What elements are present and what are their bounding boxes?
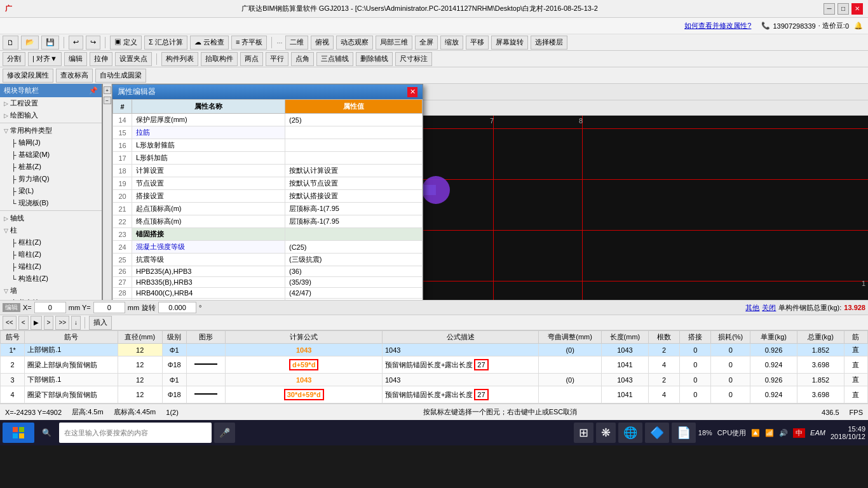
- redo-button[interactable]: ↪: [86, 36, 100, 50]
- dot-separator: · 造价豆:: [818, 21, 845, 30]
- taskbar-search-input[interactable]: [59, 423, 212, 443]
- rebar-length: 1041: [601, 356, 648, 374]
- open-button[interactable]: 📂: [21, 36, 39, 50]
- three-points-button[interactable]: 三点辅线: [316, 52, 353, 66]
- th-desc: 公式描述: [382, 331, 538, 344]
- save-button[interactable]: 💾: [41, 36, 59, 50]
- define-button[interactable]: ▣ 定义: [110, 36, 142, 50]
- prop-row-num: 19: [113, 177, 132, 190]
- edit-button[interactable]: 编辑: [64, 52, 87, 66]
- taskbar-app5[interactable]: 📄: [672, 423, 696, 443]
- auto-gen-button[interactable]: 自动生成圆梁: [95, 69, 146, 83]
- close-btn-label[interactable]: 关闭: [762, 303, 776, 313]
- set-anchor-button[interactable]: 设置夹点: [115, 52, 152, 66]
- sidebar-item-beam[interactable]: ├梁(L): [0, 185, 102, 197]
- check-height-button[interactable]: 查改标高: [56, 69, 93, 83]
- split-button[interactable]: 分割: [3, 52, 25, 66]
- sidebar-item-hidden-col[interactable]: ├暗柱(Z): [0, 248, 102, 261]
- sidebar-item-end-col[interactable]: ├端柱(Z): [0, 261, 102, 273]
- sidebar-item-engineering[interactable]: ▷ 工程设置: [0, 97, 102, 109]
- sidebar-pin-icon[interactable]: 📌: [89, 86, 98, 95]
- btn-pan[interactable]: 平移: [466, 36, 489, 50]
- btn-partial3d[interactable]: 局部三维: [376, 36, 412, 50]
- btn-fullscreen[interactable]: 全屏: [415, 36, 438, 50]
- rebar-diagram: [186, 356, 226, 374]
- nav-down[interactable]: ↓: [71, 316, 81, 330]
- ime-label[interactable]: 中: [793, 428, 805, 438]
- rebar-loss: 0: [711, 386, 750, 403]
- dialog-title-bar[interactable]: 属性编辑器 ✕: [112, 85, 423, 99]
- parallel-button[interactable]: 平行: [266, 52, 288, 66]
- align-button[interactable]: | 对齐▼: [28, 52, 62, 66]
- undo-button[interactable]: ↩: [69, 36, 83, 50]
- prop-row-num: 29: [113, 299, 132, 301]
- btn-dynamic[interactable]: 动态观察: [336, 36, 373, 50]
- start-button[interactable]: [3, 423, 34, 443]
- info-bar: 如何查看并修改属性? 📞 13907298339 · 造价豆: 0 🔔: [0, 18, 868, 34]
- btn-2d[interactable]: 二维: [285, 36, 308, 50]
- btn-rotate[interactable]: 屏幕旋转: [491, 36, 528, 50]
- insert-button[interactable]: 插入: [89, 316, 112, 330]
- how-to-query[interactable]: 如何查看并修改属性?: [684, 21, 751, 30]
- close-button[interactable]: ✕: [851, 3, 863, 15]
- taskbar-app1[interactable]: ⊞: [574, 423, 593, 443]
- rebar-diameter: 12: [118, 374, 162, 386]
- sidebar-group-common[interactable]: ▽ 常用构件类型: [0, 125, 102, 137]
- x-input[interactable]: [34, 302, 66, 313]
- sidebar-item-structural-col[interactable]: └构造柱(Z): [0, 273, 102, 285]
- other-button[interactable]: 其他: [745, 303, 759, 313]
- sidebar-group-columns[interactable]: ▽ 柱: [0, 224, 102, 236]
- sidebar-item-shear-wall[interactable]: ├剪力墙(Q): [0, 173, 102, 185]
- sidebar-group-walls[interactable]: ▽ 墙: [0, 285, 102, 297]
- nav-first[interactable]: <<: [3, 316, 17, 330]
- expand-icon5: ▽: [4, 227, 8, 234]
- slab-label: 现浇板(B): [18, 198, 49, 208]
- btn-view[interactable]: 俯视: [311, 36, 334, 50]
- summary-button[interactable]: Σ 汇总计算: [144, 36, 187, 50]
- sidebar-item-axis[interactable]: ├轴网(J): [0, 137, 102, 149]
- stretch-button[interactable]: 拉伸: [90, 52, 112, 66]
- dim-button[interactable]: 尺寸标注: [395, 52, 432, 66]
- level-button[interactable]: ≡ 齐平板: [231, 36, 267, 50]
- bottom-table-area: << < ▶ > >> ↓ 插入 筋号 筋号 直径(mm) 级别 图形 计算公式…: [0, 315, 868, 403]
- property-scroll-area[interactable]: # 属性名称 属性值 14 保护层厚度(mm) (25) 15 拉筋 16 L形…: [112, 99, 423, 300]
- rebar-table-container[interactable]: 筋号 筋号 直径(mm) 级别 图形 计算公式 公式描述 弯曲调整(mm) 长度…: [0, 330, 868, 403]
- delete-aux-button[interactable]: 删除辅线: [356, 52, 393, 66]
- sidebar-group-axis-lines[interactable]: ▷ 轴线: [0, 212, 102, 224]
- extract-button[interactable]: 抬取构件: [201, 52, 238, 66]
- nav-next[interactable]: >: [44, 316, 54, 330]
- btn-select-layer[interactable]: 选择楼层: [531, 36, 567, 50]
- cloud-check-button[interactable]: ☁ 云检查: [190, 36, 229, 50]
- taskbar-app4[interactable]: 🔷: [645, 423, 669, 443]
- nav-prev[interactable]: <: [18, 316, 29, 330]
- component-list-button[interactable]: 构件列表: [161, 52, 198, 66]
- rotate-input[interactable]: [158, 302, 196, 313]
- dialog-close-button[interactable]: ✕: [407, 87, 417, 97]
- grid-label-7: 7: [490, 117, 494, 125]
- taskbar-app2[interactable]: ❋: [596, 423, 616, 443]
- sidebar-item-foundation-beam[interactable]: ├基础梁(M): [0, 149, 102, 161]
- y-input[interactable]: [93, 302, 125, 313]
- mini-minus-button[interactable]: −: [104, 97, 111, 104]
- svg-rect-13: [13, 433, 18, 438]
- maximize-button[interactable]: □: [837, 3, 849, 15]
- search-button[interactable]: 🔍: [37, 423, 57, 443]
- minimize-button[interactable]: ─: [824, 3, 835, 15]
- angle-button[interactable]: 点角: [291, 52, 314, 66]
- mini-plus-button[interactable]: +: [104, 86, 111, 94]
- sidebar-item-pile[interactable]: ├桩基(Z): [0, 161, 102, 173]
- formula-extra: 27: [474, 389, 488, 400]
- sidebar-item-frame-col[interactable]: ├框柱(Z): [0, 236, 102, 248]
- sidebar-item-shear-wall2[interactable]: ├剪力墙(Q): [0, 297, 102, 300]
- new-button[interactable]: 🗋: [3, 36, 18, 50]
- modify-segment-button[interactable]: 修改梁段属性: [3, 69, 53, 83]
- btn-zoomout[interactable]: 缩放: [440, 36, 463, 50]
- rebar-diameter[interactable]: 12: [118, 344, 162, 356]
- taskbar-app3[interactable]: 🌐: [618, 423, 642, 443]
- sidebar-item-slab[interactable]: └现浇板(B): [0, 197, 102, 209]
- sidebar-item-drawing[interactable]: ▷ 绘图输入: [0, 109, 102, 121]
- two-points-button[interactable]: 两点: [240, 52, 263, 66]
- taskbar-mic-button[interactable]: 🎤: [214, 423, 235, 443]
- nav-last[interactable]: >>: [55, 316, 69, 330]
- nav-play[interactable]: ▶: [31, 316, 42, 330]
